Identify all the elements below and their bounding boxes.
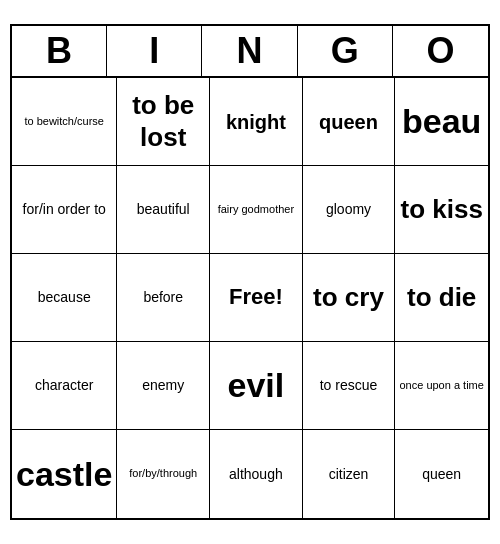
bingo-cell: for/by/through — [117, 430, 210, 518]
bingo-grid: to bewitch/curseto be lostknightqueenbea… — [12, 78, 488, 518]
header-letter: O — [393, 26, 488, 76]
bingo-cell: although — [210, 430, 303, 518]
bingo-cell: castle — [12, 430, 117, 518]
bingo-cell: character — [12, 342, 117, 430]
bingo-cell: because — [12, 254, 117, 342]
bingo-cell: queen — [395, 430, 488, 518]
bingo-cell: queen — [303, 78, 396, 166]
bingo-cell: to cry — [303, 254, 396, 342]
bingo-cell: to die — [395, 254, 488, 342]
bingo-card: BINGO to bewitch/curseto be lostknightqu… — [10, 24, 490, 520]
bingo-cell: fairy godmother — [210, 166, 303, 254]
header-letter: I — [107, 26, 202, 76]
bingo-cell: before — [117, 254, 210, 342]
bingo-cell: to rescue — [303, 342, 396, 430]
bingo-cell: once upon a time — [395, 342, 488, 430]
bingo-cell: for/in order to — [12, 166, 117, 254]
bingo-cell: knight — [210, 78, 303, 166]
bingo-cell: enemy — [117, 342, 210, 430]
bingo-cell: to kiss — [395, 166, 488, 254]
bingo-cell: citizen — [303, 430, 396, 518]
header-letter: G — [298, 26, 393, 76]
bingo-cell: beau — [395, 78, 488, 166]
bingo-cell: to be lost — [117, 78, 210, 166]
header-letter: N — [202, 26, 297, 76]
bingo-cell: gloomy — [303, 166, 396, 254]
bingo-header: BINGO — [12, 26, 488, 78]
header-letter: B — [12, 26, 107, 76]
bingo-cell: Free! — [210, 254, 303, 342]
bingo-cell: beautiful — [117, 166, 210, 254]
bingo-cell: evil — [210, 342, 303, 430]
bingo-cell: to bewitch/curse — [12, 78, 117, 166]
